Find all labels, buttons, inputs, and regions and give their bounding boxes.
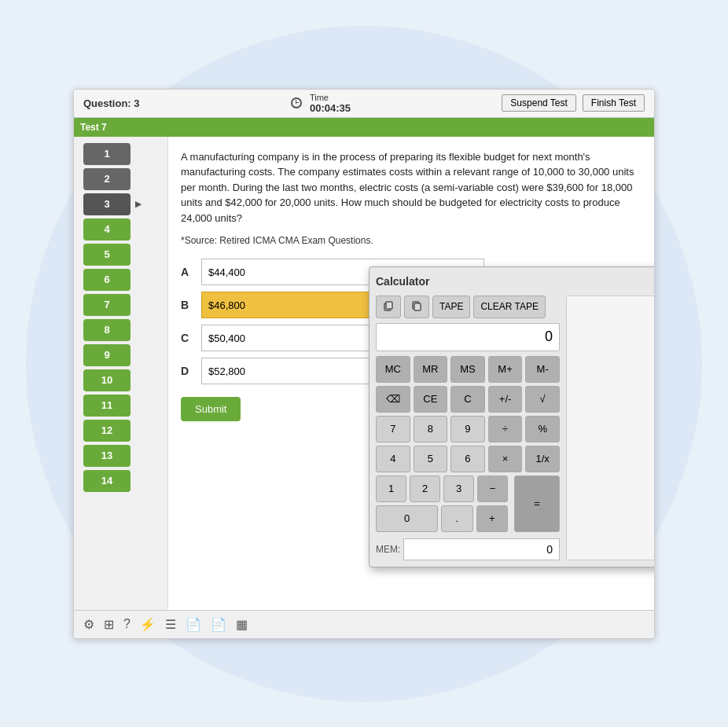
sidebar-item-4[interactable]: 4 bbox=[83, 218, 131, 240]
grid-icon[interactable]: ⊞ bbox=[104, 617, 114, 632]
question-label: Question: bbox=[83, 97, 131, 109]
btn-2[interactable]: 2 bbox=[410, 475, 440, 502]
finish-test-button[interactable]: Finish Test bbox=[583, 94, 645, 112]
sidebar-item-1[interactable]: 1 bbox=[83, 143, 131, 165]
question-text: A manufacturing company is in the proces… bbox=[181, 149, 642, 226]
btn-4[interactable]: 4 bbox=[376, 446, 410, 472]
tab-label: Test 7 bbox=[80, 122, 107, 133]
mem-display: 0 bbox=[403, 538, 560, 560]
clear-tape-button[interactable]: CLEAR TAPE bbox=[473, 296, 546, 318]
sidebar-item-11[interactable]: 11 bbox=[83, 395, 131, 417]
ce-button[interactable]: CE bbox=[414, 386, 448, 413]
btn-dot[interactable]: . bbox=[441, 505, 473, 532]
row-1-2-3-equals: 1 2 3 − 0 . + bbox=[376, 475, 560, 532]
calculator-controls: TAPE CLEAR TAPE 0 MC MR bbox=[376, 296, 560, 560]
memory-row: MC MR MS M+ M- bbox=[376, 356, 560, 383]
plus-button[interactable]: + bbox=[476, 505, 509, 532]
row-1-2-3: 1 2 3 − bbox=[376, 475, 508, 502]
answer-label-b: B bbox=[181, 299, 193, 311]
sidebar-item-3[interactable]: 3 bbox=[83, 193, 131, 215]
source-text: *Source: Retired ICMA CMA Exam Questions… bbox=[181, 235, 642, 246]
table-icon[interactable]: ▦ bbox=[236, 617, 248, 632]
sidebar-item-13[interactable]: 13 bbox=[83, 445, 131, 467]
btn-1[interactable]: 1 bbox=[376, 475, 406, 502]
circle-background: Question: 3 Time 00:04:35 Suspend Test F… bbox=[26, 26, 702, 702]
suspend-test-button[interactable]: Suspend Test bbox=[502, 94, 576, 112]
header: Question: 3 Time 00:04:35 Suspend Test F… bbox=[74, 90, 654, 118]
mem-value: 0 bbox=[546, 543, 553, 556]
doc-icon-2[interactable]: 📄 bbox=[211, 617, 226, 632]
btn-8[interactable]: 8 bbox=[414, 416, 448, 442]
btn-5[interactable]: 5 bbox=[414, 446, 448, 472]
submit-button[interactable]: Submit bbox=[181, 397, 241, 421]
mplus-button[interactable]: M+ bbox=[488, 356, 523, 383]
clock-icon bbox=[291, 97, 302, 108]
sqrt-button[interactable]: √ bbox=[525, 386, 560, 413]
tape-button[interactable]: TAPE bbox=[432, 296, 470, 318]
btn-6[interactable]: 6 bbox=[450, 446, 485, 472]
question-content: A manufacturing company is in the proces… bbox=[168, 137, 654, 610]
sidebar-item-9[interactable]: 9 bbox=[83, 344, 131, 366]
btn-0[interactable]: 0 bbox=[376, 505, 438, 532]
time-value: 00:04:35 bbox=[310, 102, 351, 114]
sidebar-item-6[interactable]: 6 bbox=[83, 269, 131, 291]
header-buttons: Suspend Test Finish Test bbox=[502, 94, 645, 112]
calculator-display: 0 bbox=[376, 323, 560, 351]
sidebar-item-10[interactable]: 10 bbox=[83, 369, 131, 391]
mr-button[interactable]: MR bbox=[414, 356, 448, 383]
svg-rect-3 bbox=[414, 303, 421, 310]
mem-label: MEM: bbox=[376, 544, 400, 555]
mem-row: MEM: 0 bbox=[376, 538, 560, 560]
divide-button[interactable]: ÷ bbox=[488, 416, 523, 442]
sidebar-item-7[interactable]: 7 bbox=[83, 294, 131, 316]
sidebar-item-8[interactable]: 8 bbox=[83, 319, 131, 341]
tape-display bbox=[566, 296, 654, 560]
calculator-body: TAPE CLEAR TAPE 0 MC MR bbox=[376, 296, 654, 560]
display-value: 0 bbox=[545, 329, 553, 345]
row-0-dot-plus: 0 . + bbox=[376, 505, 508, 532]
main-area: 1 2 3 4 5 6 7 8 9 10 11 12 13 14 A manuf… bbox=[74, 137, 654, 610]
mc-button[interactable]: MC bbox=[376, 356, 410, 383]
clear-row: ⌫ CE C +/- √ bbox=[376, 386, 560, 413]
tape-controls: TAPE CLEAR TAPE bbox=[376, 296, 560, 318]
question-sidebar: 1 2 3 4 5 6 7 8 9 10 11 12 13 14 bbox=[74, 137, 168, 610]
question-number: 3 bbox=[134, 97, 139, 109]
copy-btn-2[interactable] bbox=[404, 296, 429, 318]
ms-button[interactable]: MS bbox=[450, 356, 485, 383]
settings-icon[interactable]: ⚙ bbox=[83, 617, 94, 632]
sidebar-item-5[interactable]: 5 bbox=[83, 244, 131, 266]
sidebar-item-2[interactable]: 2 bbox=[83, 168, 131, 190]
row-4-5-6: 4 5 6 × 1/x bbox=[376, 446, 560, 472]
btn-9[interactable]: 9 bbox=[450, 416, 485, 442]
mminus-button[interactable]: M- bbox=[525, 356, 560, 383]
menu-icon[interactable]: ☰ bbox=[165, 617, 176, 632]
multiply-button[interactable]: × bbox=[488, 446, 523, 472]
doc-icon-1[interactable]: 📄 bbox=[186, 617, 201, 632]
backspace-button[interactable]: ⌫ bbox=[376, 386, 410, 413]
help-icon[interactable]: ? bbox=[123, 617, 131, 631]
calculator: Calculator × bbox=[369, 266, 654, 567]
svg-rect-1 bbox=[386, 302, 392, 309]
copy-btn-1[interactable] bbox=[376, 296, 401, 318]
c-button[interactable]: C bbox=[450, 386, 485, 413]
bottom-toolbar: ⚙ ⊞ ? ⚡ ☰ 📄 📄 ▦ bbox=[74, 610, 654, 638]
sidebar-item-12[interactable]: 12 bbox=[83, 420, 131, 442]
tab-bar: Test 7 bbox=[74, 118, 654, 137]
timer: Time 00:04:35 bbox=[291, 93, 351, 114]
time-label: Time bbox=[310, 93, 351, 102]
btn-3[interactable]: 3 bbox=[443, 475, 474, 502]
minus-button[interactable]: − bbox=[477, 475, 508, 502]
percent-button[interactable]: % bbox=[525, 416, 560, 442]
row-7-8-9: 7 8 9 ÷ % bbox=[376, 416, 560, 442]
calculator-header: Calculator × bbox=[376, 274, 654, 289]
answer-label-a: A bbox=[181, 266, 193, 278]
sidebar-item-14[interactable]: 14 bbox=[83, 470, 131, 492]
app-window: Question: 3 Time 00:04:35 Suspend Test F… bbox=[73, 89, 655, 639]
answer-label-d: D bbox=[181, 365, 193, 377]
equals-button[interactable]: = bbox=[514, 475, 560, 532]
answer-label-c: C bbox=[181, 332, 193, 344]
lightning-icon[interactable]: ⚡ bbox=[140, 617, 156, 632]
btn-7[interactable]: 7 bbox=[376, 416, 410, 442]
plusminus-button[interactable]: +/- bbox=[488, 386, 523, 413]
reciprocal-button[interactable]: 1/x bbox=[525, 446, 560, 472]
